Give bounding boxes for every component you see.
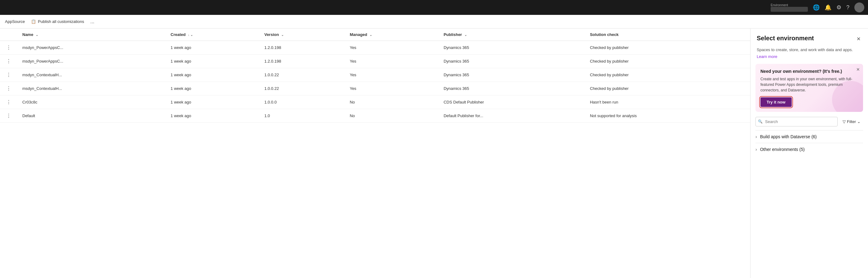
subnav: AppSource 📋 Publish all customizations .… xyxy=(0,15,868,29)
table-header-row: Name ⌄ Created ↓ ⌄ Version ⌄ Managed ⌄ xyxy=(0,29,750,41)
environment-selector[interactable]: Environment xyxy=(771,3,808,12)
row-version: 1.2.0.198 xyxy=(259,55,345,68)
env-group-other-label: Other environments (5) xyxy=(760,147,805,152)
row-created: 1 week ago xyxy=(165,82,259,95)
row-publisher: Dynamics 365 xyxy=(439,55,585,68)
table-row: ⋮ msdyn_ContextualH... 1 week ago 1.0.0.… xyxy=(0,82,750,95)
row-name: msdyn_ContextualH... xyxy=(18,82,165,95)
topbar: 🔍 Environment 🌐 🔔 ⚙ ? xyxy=(0,0,868,15)
avatar[interactable] xyxy=(855,2,864,12)
row-name: msdyn_PowerAppsC... xyxy=(18,41,165,55)
table-row: ⋮ msdyn_ContextualH... 1 week ago 1.0.0.… xyxy=(0,68,750,82)
panel-subtitle: Spaces to create, store, and work with d… xyxy=(750,47,868,54)
learn-more-link[interactable]: Learn more xyxy=(750,54,868,64)
appsource-link[interactable]: AppSource xyxy=(5,19,25,24)
row-context-menu-button[interactable]: ⋮ xyxy=(5,72,12,78)
row-created: 1 week ago xyxy=(165,68,259,82)
env-group-other: › Other environments (5) xyxy=(755,143,863,156)
main-layout: Name ⌄ Created ↓ ⌄ Version ⌄ Managed ⌄ xyxy=(0,29,868,278)
row-solution-check: Hasn't been run xyxy=(585,95,750,109)
table-area: Name ⌄ Created ↓ ⌄ Version ⌄ Managed ⌄ xyxy=(0,29,750,278)
gear-icon[interactable]: ⚙ xyxy=(836,4,841,11)
env-group-dataverse-chevron: › xyxy=(755,134,757,139)
th-created-label: Created xyxy=(170,32,185,37)
row-version: 1.0.0.0 xyxy=(259,95,345,109)
table-row: ⋮ Default 1 week ago 1.0 No Default Publ… xyxy=(0,109,750,123)
row-managed: No xyxy=(345,109,439,123)
panel-search-input[interactable] xyxy=(755,117,838,126)
panel-header: Select environment ✕ xyxy=(750,29,868,47)
th-created[interactable]: Created ↓ ⌄ xyxy=(165,29,259,41)
th-managed[interactable]: Managed ⌄ xyxy=(345,29,439,41)
row-context-menu-button[interactable]: ⋮ xyxy=(5,59,12,64)
publish-customizations-button[interactable]: 📋 Publish all customizations xyxy=(31,19,84,24)
row-version: 1.0 xyxy=(259,109,345,123)
row-name: Cr03c8c xyxy=(18,95,165,109)
row-context-menu-button[interactable]: ⋮ xyxy=(5,86,12,91)
th-name[interactable]: Name ⌄ xyxy=(18,29,165,41)
try-it-now-button[interactable]: Try it now xyxy=(761,97,792,107)
panel-search-area: 🔍 ▽ Filter ⌄ xyxy=(750,117,868,130)
table-row: ⋮ msdyn_PowerAppsC... 1 week ago 1.2.0.1… xyxy=(0,41,750,55)
version-sort-icon: ⌄ xyxy=(281,33,284,37)
row-menu-cell: ⋮ xyxy=(0,109,18,123)
publish-label: Publish all customizations xyxy=(38,19,84,24)
row-publisher: Dynamics 365 xyxy=(439,68,585,82)
row-publisher: Default Publisher for... xyxy=(439,109,585,123)
row-managed: Yes xyxy=(345,68,439,82)
row-menu-cell: ⋮ xyxy=(0,95,18,109)
filter-label: Filter xyxy=(847,119,856,124)
panel-search-icon: 🔍 xyxy=(758,119,763,124)
env-group-other-chevron: › xyxy=(755,147,757,152)
th-version[interactable]: Version ⌄ xyxy=(259,29,345,41)
row-solution-check: Not supported for analysis xyxy=(585,109,750,123)
panel-close-button[interactable]: ✕ xyxy=(855,35,862,43)
publish-icon: 📋 xyxy=(31,19,36,24)
row-menu-cell: ⋮ xyxy=(0,68,18,82)
row-created: 1 week ago xyxy=(165,109,259,123)
env-group-dataverse-label: Build apps with Dataverse (6) xyxy=(760,134,817,139)
row-name: Default xyxy=(18,109,165,123)
row-menu-cell: ⋮ xyxy=(0,55,18,68)
row-publisher: CDS Default Publisher xyxy=(439,95,585,109)
row-created: 1 week ago xyxy=(165,95,259,109)
row-context-menu-button[interactable]: ⋮ xyxy=(5,99,12,105)
row-context-menu-button[interactable]: ⋮ xyxy=(5,45,12,50)
filter-icon: ▽ xyxy=(843,119,846,124)
topbar-right: Environment 🌐 🔔 ⚙ ? xyxy=(771,2,864,12)
row-solution-check: Checked by publisher xyxy=(585,68,750,82)
th-name-label: Name xyxy=(22,32,33,37)
th-solution-check: Solution check xyxy=(585,29,750,41)
promo-card: ✕ Need your own environment? (It's free.… xyxy=(755,64,863,112)
more-options-button[interactable]: ... xyxy=(90,19,94,25)
help-icon[interactable]: ? xyxy=(846,4,849,11)
row-solution-check: Checked by publisher xyxy=(585,41,750,55)
promo-close-button[interactable]: ✕ xyxy=(856,67,860,72)
table-row: ⋮ msdyn_PowerAppsC... 1 week ago 1.2.0.1… xyxy=(0,55,750,68)
row-managed: Yes xyxy=(345,41,439,55)
env-value-bar[interactable] xyxy=(771,7,808,12)
solutions-table: Name ⌄ Created ↓ ⌄ Version ⌄ Managed ⌄ xyxy=(0,29,750,123)
row-solution-check: Checked by publisher xyxy=(585,82,750,95)
row-publisher: Dynamics 365 xyxy=(439,82,585,95)
row-version: 1.0.0.22 xyxy=(259,68,345,82)
th-menu xyxy=(0,29,18,41)
globe-icon[interactable]: 🌐 xyxy=(813,4,819,11)
row-name: msdyn_PowerAppsC... xyxy=(18,55,165,68)
th-publisher-label: Publisher xyxy=(444,32,462,37)
row-managed: Yes xyxy=(345,55,439,68)
promo-title: Need your own environment? (It's free.) xyxy=(761,69,858,74)
table-row: ⋮ Cr03c8c 1 week ago 1.0.0.0 No CDS Defa… xyxy=(0,95,750,109)
row-version: 1.2.0.198 xyxy=(259,41,345,55)
env-group-dataverse-row[interactable]: › Build apps with Dataverse (6) xyxy=(755,134,863,139)
row-menu-cell: ⋮ xyxy=(0,82,18,95)
env-group-other-row[interactable]: › Other environments (5) xyxy=(755,147,863,152)
publisher-sort-icon: ⌄ xyxy=(464,33,467,37)
right-panel: Select environment ✕ Spaces to create, s… xyxy=(750,29,868,278)
filter-button[interactable]: ▽ Filter ⌄ xyxy=(840,118,863,126)
env-group-dataverse: › Build apps with Dataverse (6) xyxy=(755,130,863,143)
bell-icon[interactable]: 🔔 xyxy=(825,4,831,11)
row-context-menu-button[interactable]: ⋮ xyxy=(5,113,12,118)
th-publisher[interactable]: Publisher ⌄ xyxy=(439,29,585,41)
row-managed: Yes xyxy=(345,82,439,95)
